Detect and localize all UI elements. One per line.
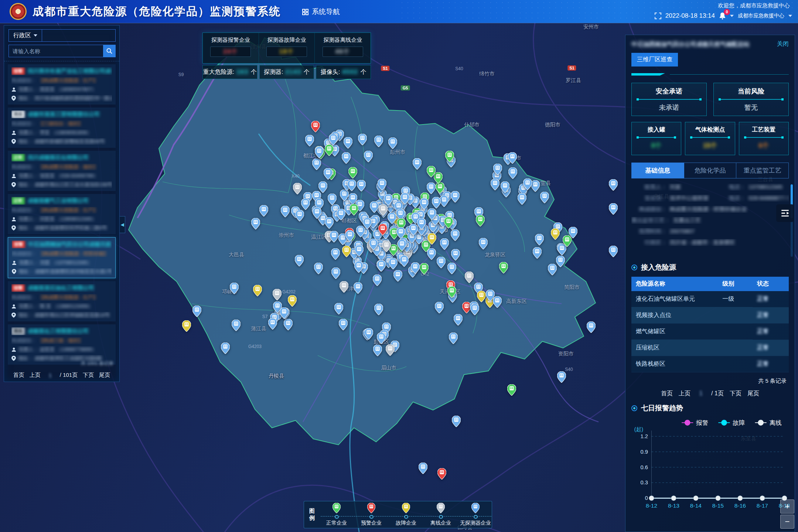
table-row[interactable]: 铁路栈桥区正常 [631,356,789,372]
map-marker[interactable] [325,217,334,230]
map-marker[interactable] [182,320,191,333]
map-marker[interactable] [358,134,367,147]
map-marker[interactable] [268,318,277,331]
map-marker[interactable] [540,192,549,205]
map-marker[interactable] [507,384,516,397]
table-row[interactable]: 燃气储罐区正常 [631,323,789,340]
map-marker[interactable] [325,144,334,157]
region-filter-value[interactable] [42,30,115,41]
map-marker[interactable] [192,306,201,318]
map-marker[interactable] [357,180,366,193]
map-marker[interactable] [377,260,386,273]
map-marker[interactable] [374,304,383,317]
map-marker[interactable] [499,262,508,275]
map-marker[interactable] [280,307,289,320]
map-marker[interactable] [337,209,345,222]
map-marker[interactable] [523,178,532,191]
map-marker[interactable] [382,241,391,253]
map-marker[interactable] [533,247,542,260]
tab-2[interactable]: 重点监管工艺 [736,163,789,178]
map-marker[interactable] [444,217,453,230]
plant-3d-tour-button[interactable]: 三维厂区巡查 [631,53,678,66]
map-marker[interactable] [339,319,348,332]
map-marker[interactable] [373,274,382,287]
company-card[interactable]: 正常 四川成都某石化有限公司 构成级别：【构成重大危险源 - 储存】 负责人： … [8,151,116,191]
fullscreen-icon[interactable] [655,13,661,19]
map-marker[interactable] [386,344,395,357]
map-marker[interactable] [452,416,461,429]
page-current[interactable]: 1 [696,390,705,397]
map-marker[interactable] [440,195,449,208]
map-marker[interactable] [551,228,560,241]
map-marker[interactable] [531,180,540,193]
map-marker[interactable] [348,167,357,180]
map-marker[interactable] [451,249,460,262]
company-card[interactable]: 报警 四川美丰冬泉产业化工有限公司成都分公司 构成级别：【构成重大危险源 - 生… [8,64,116,105]
map-marker[interactable] [501,181,509,194]
map-marker[interactable] [440,238,449,251]
map-marker[interactable] [364,151,373,164]
map-marker[interactable] [447,263,456,276]
map-marker[interactable] [388,212,396,225]
map-marker[interactable] [273,289,282,302]
map-marker[interactable] [311,121,320,134]
company-card[interactable]: 正常 成都某燃气工业有限公司 构成级别：【构成重大危险源 - 生产】 负责人： … [8,194,116,234]
company-card[interactable]: 离线 成都市某某工贸有限责任公司 构成级别：【三级综合 - 储存】 负责人： 李… [8,108,116,148]
map-marker[interactable] [563,235,572,248]
map-marker[interactable] [342,152,351,165]
map-marker[interactable] [557,371,566,384]
map-marker[interactable] [295,210,304,223]
map-marker[interactable] [493,296,502,309]
map-marker[interactable] [491,179,499,192]
page-last[interactable]: 尾页 [99,372,110,379]
map-marker[interactable] [409,224,418,237]
map-marker[interactable] [476,215,485,228]
map-marker[interactable] [447,286,456,299]
map-marker[interactable] [413,158,422,171]
map-marker[interactable] [465,272,474,284]
map-marker[interactable] [363,218,372,231]
map-marker[interactable] [454,314,463,327]
map-marker[interactable] [345,230,354,243]
map-marker[interactable] [328,194,337,207]
nav-system-menu[interactable]: 系统导航 [302,7,340,17]
page-prev[interactable]: 上页 [679,390,690,398]
map-marker[interactable] [417,218,426,231]
map-marker[interactable] [313,207,321,220]
map-marker[interactable] [369,239,378,252]
sidebar-collapse-handle[interactable]: ◀ [120,216,125,233]
map-marker[interactable] [451,191,460,204]
map-marker[interactable] [449,332,458,345]
map-marker[interactable] [419,463,427,475]
page-prev[interactable]: 上页 [30,372,41,379]
search-button[interactable] [103,45,116,57]
map-marker[interactable] [295,255,304,268]
map-marker[interactable] [535,234,544,247]
map-marker[interactable] [378,224,387,237]
map-marker[interactable] [609,179,618,192]
map-marker[interactable] [378,179,386,192]
map-marker[interactable] [293,183,302,196]
account-name[interactable]: 成都市应急救援中心 [738,13,784,19]
map-marker[interactable] [377,332,386,345]
map-marker[interactable] [288,295,297,308]
map-marker[interactable] [314,263,323,276]
map-marker[interactable] [477,291,486,304]
company-card[interactable]: 离线 成都某化工有限责任公司 构成级别：【构成三级 - 储存】 负责人： 赵某某… [8,324,116,365]
map-marker[interactable] [411,262,420,275]
map-marker[interactable] [427,248,436,261]
chevron-down-icon[interactable] [730,15,734,17]
map-marker[interactable] [384,194,393,207]
map-marker[interactable] [342,246,351,259]
page-next[interactable]: 下页 [83,372,94,379]
map-marker[interactable] [354,261,363,274]
table-row[interactable]: 压缩机区正常 [631,340,789,356]
map-marker[interactable] [253,285,262,298]
map-marker[interactable] [437,257,446,270]
page-first[interactable]: 首页 [13,372,24,379]
map-marker[interactable] [587,321,596,334]
map-marker[interactable] [349,204,358,217]
map-marker[interactable] [232,320,241,332]
map-marker[interactable] [518,193,526,206]
tab-0[interactable]: 基础信息 [631,163,684,178]
